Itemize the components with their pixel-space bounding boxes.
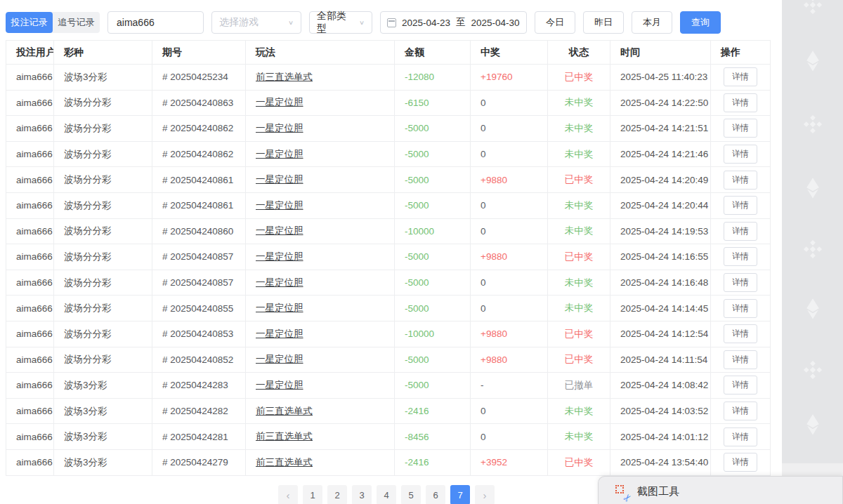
pagination-page-6[interactable]: 6 — [426, 485, 445, 504]
cell-lottery: 波场分分彩 — [54, 90, 152, 116]
cell-win: - — [471, 373, 548, 399]
play-link[interactable]: 一星定位胆 — [256, 200, 303, 211]
play-link[interactable]: 前三直选单式 — [256, 431, 313, 442]
username-input[interactable] — [107, 11, 204, 34]
play-link[interactable]: 一星定位胆 — [256, 354, 303, 364]
cell-user: aima666 — [6, 167, 54, 193]
table-row: aima666 波场分分彩 # 202504240852 一星定位胆 -5000… — [6, 347, 771, 373]
pagination-page-4[interactable]: 4 — [377, 485, 396, 504]
detail-button[interactable]: 详情 — [724, 67, 757, 86]
play-link[interactable]: 一星定位胆 — [256, 123, 303, 133]
table-row: aima666 波场3分彩 # 20250424283 一星定位胆 -5000 … — [6, 373, 771, 399]
date-separator: 至 — [456, 16, 466, 29]
play-link[interactable]: 一星定位胆 — [256, 225, 303, 236]
date-end-value: 2025-04-30 — [471, 18, 520, 28]
cell-time: 2025-04-24 14:12:54 — [610, 321, 711, 347]
table-row: aima666 波场分分彩 # 202504240857 一星定位胆 -5000… — [6, 244, 771, 270]
cell-win: 0 — [471, 141, 548, 167]
type-select[interactable]: 全部类型 ∨ — [309, 11, 372, 34]
game-select[interactable]: 选择游戏 ∨ — [211, 11, 301, 34]
play-link[interactable]: 前三直选单式 — [256, 72, 313, 82]
cell-amount: -2416 — [395, 449, 471, 475]
cell-time: 2025-04-24 14:03:52 — [610, 398, 711, 424]
detail-button[interactable]: 详情 — [724, 93, 757, 112]
table-row: aima666 波场3分彩 # 20250424282 前三直选单式 -2416… — [6, 398, 771, 424]
detail-button[interactable]: 详情 — [724, 402, 757, 420]
detail-button[interactable]: 详情 — [724, 222, 757, 241]
cell-period: # 202504240861 — [152, 192, 246, 218]
table-row: aima666 波场分分彩 # 202504240857 一星定位胆 -5000… — [6, 270, 771, 296]
detail-button[interactable]: 详情 — [724, 350, 757, 369]
play-link[interactable]: 一星定位胆 — [256, 97, 303, 107]
month-button[interactable]: 本月 — [632, 11, 672, 34]
cell-amount: -5000 — [395, 192, 471, 218]
column-header-lottery: 彩种 — [54, 41, 152, 65]
cell-period: # 202504240860 — [152, 218, 246, 244]
play-link[interactable]: 前三直选单式 — [256, 457, 313, 467]
ethereum-logo-watermark — [802, 50, 824, 72]
detail-button[interactable]: 详情 — [724, 427, 757, 446]
cell-lottery: 波场分分彩 — [54, 270, 152, 296]
cell-period: # 20250424283 — [152, 373, 246, 399]
pagination-next[interactable]: › — [475, 485, 495, 504]
cell-lottery: 波场3分彩 — [54, 373, 152, 399]
query-button[interactable]: 查询 — [680, 11, 721, 34]
detail-button[interactable]: 详情 — [724, 145, 757, 164]
detail-button[interactable]: 详情 — [724, 376, 757, 394]
play-link[interactable]: 一星定位胆 — [256, 149, 303, 159]
play-link[interactable]: 前三直选单式 — [256, 406, 313, 416]
binance-logo-watermark — [802, 238, 824, 260]
detail-button[interactable]: 详情 — [724, 273, 757, 292]
date-range-picker[interactable]: 2025-04-23 至 2025-04-30 — [380, 11, 527, 34]
play-link[interactable]: 一星定位胆 — [256, 380, 303, 390]
tab-bet-records[interactable]: 投注记录 — [6, 12, 53, 33]
snip-tool-panel[interactable]: ✂ 截图工具 — [598, 476, 843, 504]
tab-chase-records[interactable]: 追号记录 — [53, 12, 100, 33]
play-link[interactable]: 一星定位胆 — [256, 329, 303, 339]
detail-button[interactable]: 详情 — [724, 247, 757, 266]
record-type-tabs: 投注记录 追号记录 — [6, 12, 100, 33]
detail-button[interactable]: 详情 — [724, 299, 757, 318]
cell-time: 2025-04-24 14:08:42 — [610, 373, 711, 399]
play-link[interactable]: 一星定位胆 — [256, 277, 303, 288]
pagination-prev[interactable]: ‹ — [278, 485, 298, 504]
today-button[interactable]: 今日 — [535, 11, 575, 34]
cell-amount: -5000 — [395, 116, 471, 142]
pagination-page-2[interactable]: 2 — [327, 485, 347, 504]
records-table: 投注用户 彩种 期号 玩法 金额 中奖 状态 时间 操作 aima666 波场3… — [6, 40, 771, 476]
cell-period: # 202504240852 — [152, 347, 246, 373]
play-link[interactable]: 一星定位胆 — [256, 174, 303, 185]
cell-win: +9880 — [471, 321, 548, 347]
cell-time: 2025-04-24 14:11:54 — [610, 347, 711, 373]
yesterday-button[interactable]: 昨日 — [583, 11, 624, 34]
cell-status: 已中奖 — [548, 65, 610, 91]
detail-button[interactable]: 详情 — [724, 196, 757, 215]
cell-time: 2025-04-24 14:21:51 — [610, 116, 711, 142]
cell-user: aima666 — [6, 347, 54, 373]
cell-user: aima666 — [6, 373, 54, 399]
chevron-down-icon: ∨ — [359, 19, 365, 26]
cell-lottery: 波场3分彩 — [54, 449, 152, 475]
detail-button[interactable]: 详情 — [724, 453, 757, 472]
cell-win: 0 — [471, 90, 548, 116]
cell-status: 已中奖 — [548, 244, 610, 270]
pagination-page-3[interactable]: 3 — [352, 485, 372, 504]
cell-time: 2025-04-24 14:14:45 — [610, 296, 711, 321]
detail-button[interactable]: 详情 — [724, 171, 757, 190]
table-header-row: 投注用户 彩种 期号 玩法 金额 中奖 状态 时间 操作 — [6, 41, 771, 65]
pagination-page-5[interactable]: 5 — [401, 485, 421, 504]
cell-user: aima666 — [6, 244, 54, 270]
cell-amount: -5000 — [395, 270, 471, 296]
play-link[interactable]: 一星定位胆 — [256, 303, 303, 313]
cell-time: 2025-04-24 14:16:48 — [610, 270, 711, 296]
cell-status: 未中奖 — [548, 296, 610, 321]
cell-user: aima666 — [6, 218, 54, 244]
detail-button[interactable]: 详情 — [724, 119, 757, 138]
cell-time: 2025-04-24 14:16:55 — [610, 244, 711, 270]
pagination-page-1[interactable]: 1 — [303, 485, 322, 504]
cell-user: aima666 — [6, 65, 54, 91]
detail-button[interactable]: 详情 — [724, 324, 757, 343]
play-link[interactable]: 一星定位胆 — [256, 251, 303, 262]
pagination-page-7[interactable]: 7 — [450, 485, 470, 504]
cell-user: aima666 — [6, 90, 54, 116]
